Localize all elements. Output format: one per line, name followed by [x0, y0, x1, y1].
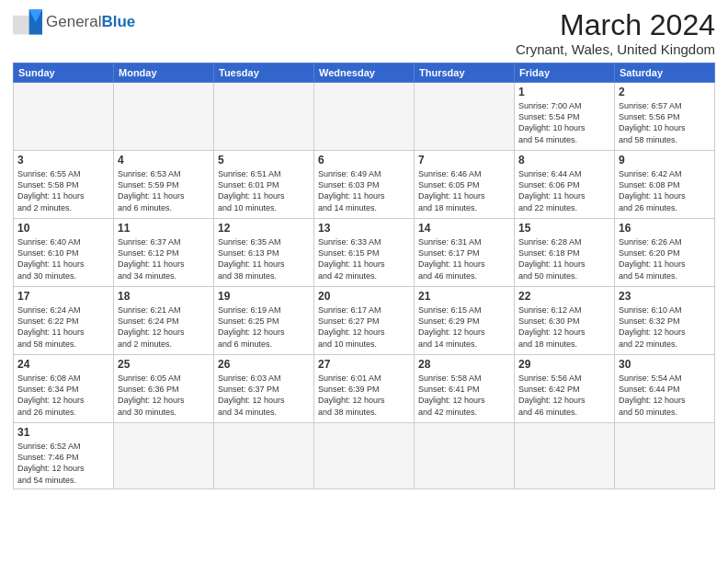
day-info: Sunrise: 6:52 AM Sunset: 7:46 PM Dayligh…	[17, 441, 109, 486]
table-row	[214, 83, 314, 151]
table-row: 18Sunrise: 6:21 AM Sunset: 6:24 PM Dayli…	[114, 287, 214, 355]
table-row: 30Sunrise: 5:54 AM Sunset: 6:44 PM Dayli…	[615, 355, 715, 423]
header: GeneralBlue March 2024 Crynant, Wales, U…	[13, 9, 715, 57]
table-row	[314, 423, 415, 489]
day-number: 13	[318, 222, 410, 235]
day-info: Sunrise: 6:44 AM Sunset: 6:06 PM Dayligh…	[518, 168, 610, 213]
calendar-subtitle: Crynant, Wales, United Kingdom	[516, 41, 715, 57]
table-row: 3Sunrise: 6:55 AM Sunset: 5:58 PM Daylig…	[14, 151, 114, 219]
day-info: Sunrise: 6:42 AM Sunset: 6:08 PM Dayligh…	[619, 168, 711, 213]
table-row	[214, 423, 314, 489]
day-info: Sunrise: 6:33 AM Sunset: 6:15 PM Dayligh…	[318, 236, 410, 282]
day-number: 12	[218, 222, 310, 235]
day-number: 24	[17, 358, 109, 371]
svg-rect-0	[13, 16, 29, 35]
calendar-week-row: 3Sunrise: 6:55 AM Sunset: 5:58 PM Daylig…	[14, 151, 715, 219]
table-row	[415, 83, 515, 151]
day-info: Sunrise: 7:00 AM Sunset: 5:54 PM Dayligh…	[518, 100, 610, 145]
day-info: Sunrise: 5:58 AM Sunset: 6:41 PM Dayligh…	[418, 373, 510, 418]
table-row: 14Sunrise: 6:31 AM Sunset: 6:17 PM Dayli…	[415, 219, 515, 287]
table-row	[515, 423, 615, 489]
day-number: 29	[518, 358, 610, 371]
day-info: Sunrise: 6:35 AM Sunset: 6:13 PM Dayligh…	[218, 236, 310, 282]
day-number: 25	[118, 358, 210, 371]
day-number: 27	[318, 358, 410, 371]
col-monday: Monday	[114, 63, 214, 83]
day-number: 10	[17, 222, 109, 235]
day-number: 6	[318, 154, 410, 167]
table-row: 24Sunrise: 6:08 AM Sunset: 6:34 PM Dayli…	[14, 355, 114, 423]
calendar-week-row: 1Sunrise: 7:00 AM Sunset: 5:54 PM Daylig…	[14, 83, 715, 151]
day-number: 28	[418, 358, 510, 371]
table-row: 12Sunrise: 6:35 AM Sunset: 6:13 PM Dayli…	[214, 219, 314, 287]
day-info: Sunrise: 6:37 AM Sunset: 6:12 PM Dayligh…	[118, 236, 210, 282]
day-info: Sunrise: 6:19 AM Sunset: 6:25 PM Dayligh…	[218, 304, 310, 350]
day-info: Sunrise: 6:10 AM Sunset: 6:32 PM Dayligh…	[619, 304, 711, 350]
calendar-week-row: 10Sunrise: 6:40 AM Sunset: 6:10 PM Dayli…	[14, 219, 715, 287]
col-tuesday: Tuesday	[214, 63, 314, 83]
col-saturday: Saturday	[615, 63, 715, 83]
day-number: 4	[118, 154, 210, 167]
day-info: Sunrise: 6:05 AM Sunset: 6:36 PM Dayligh…	[118, 373, 210, 418]
day-number: 2	[619, 86, 711, 98]
table-row: 13Sunrise: 6:33 AM Sunset: 6:15 PM Dayli…	[314, 219, 415, 287]
day-info: Sunrise: 6:28 AM Sunset: 6:18 PM Dayligh…	[518, 236, 610, 282]
logo-text: GeneralBlue	[46, 13, 135, 31]
day-info: Sunrise: 6:51 AM Sunset: 6:01 PM Dayligh…	[218, 168, 310, 213]
day-number: 20	[318, 290, 410, 303]
col-wednesday: Wednesday	[314, 63, 415, 83]
day-number: 1	[518, 86, 610, 98]
day-info: Sunrise: 6:01 AM Sunset: 6:39 PM Dayligh…	[318, 373, 410, 418]
table-row	[14, 83, 114, 151]
table-row: 15Sunrise: 6:28 AM Sunset: 6:18 PM Dayli…	[515, 219, 615, 287]
table-row	[114, 423, 214, 489]
calendar-header-row: Sunday Monday Tuesday Wednesday Thursday…	[14, 63, 715, 83]
day-info: Sunrise: 6:26 AM Sunset: 6:20 PM Dayligh…	[619, 236, 711, 282]
table-row: 1Sunrise: 7:00 AM Sunset: 5:54 PM Daylig…	[515, 83, 615, 151]
day-info: Sunrise: 6:12 AM Sunset: 6:30 PM Dayligh…	[518, 304, 610, 350]
calendar-table: Sunday Monday Tuesday Wednesday Thursday…	[13, 63, 715, 489]
day-number: 26	[218, 358, 310, 371]
table-row: 16Sunrise: 6:26 AM Sunset: 6:20 PM Dayli…	[615, 219, 715, 287]
table-row: 23Sunrise: 6:10 AM Sunset: 6:32 PM Dayli…	[615, 287, 715, 355]
logo: GeneralBlue	[13, 9, 135, 35]
day-number: 17	[17, 290, 109, 303]
table-row: 26Sunrise: 6:03 AM Sunset: 6:37 PM Dayli…	[214, 355, 314, 423]
day-info: Sunrise: 6:55 AM Sunset: 5:58 PM Dayligh…	[17, 168, 109, 213]
table-row: 31Sunrise: 6:52 AM Sunset: 7:46 PM Dayli…	[14, 423, 114, 489]
title-block: March 2024 Crynant, Wales, United Kingdo…	[516, 9, 715, 57]
calendar-title: March 2024	[516, 9, 715, 41]
day-info: Sunrise: 5:54 AM Sunset: 6:44 PM Dayligh…	[619, 373, 711, 418]
table-row: 27Sunrise: 6:01 AM Sunset: 6:39 PM Dayli…	[314, 355, 415, 423]
table-row	[114, 83, 214, 151]
day-number: 8	[518, 154, 610, 167]
day-info: Sunrise: 6:53 AM Sunset: 5:59 PM Dayligh…	[118, 168, 210, 213]
table-row: 8Sunrise: 6:44 AM Sunset: 6:06 PM Daylig…	[515, 151, 615, 219]
table-row: 22Sunrise: 6:12 AM Sunset: 6:30 PM Dayli…	[515, 287, 615, 355]
day-info: Sunrise: 6:46 AM Sunset: 6:05 PM Dayligh…	[418, 168, 510, 213]
day-info: Sunrise: 5:56 AM Sunset: 6:42 PM Dayligh…	[518, 373, 610, 418]
table-row: 5Sunrise: 6:51 AM Sunset: 6:01 PM Daylig…	[214, 151, 314, 219]
table-row: 29Sunrise: 5:56 AM Sunset: 6:42 PM Dayli…	[515, 355, 615, 423]
day-info: Sunrise: 6:08 AM Sunset: 6:34 PM Dayligh…	[17, 373, 109, 418]
calendar-week-row: 31Sunrise: 6:52 AM Sunset: 7:46 PM Dayli…	[14, 423, 715, 489]
day-number: 7	[418, 154, 510, 167]
day-info: Sunrise: 6:57 AM Sunset: 5:56 PM Dayligh…	[619, 100, 711, 145]
table-row: 2Sunrise: 6:57 AM Sunset: 5:56 PM Daylig…	[615, 83, 715, 151]
table-row: 20Sunrise: 6:17 AM Sunset: 6:27 PM Dayli…	[314, 287, 415, 355]
table-row: 25Sunrise: 6:05 AM Sunset: 6:36 PM Dayli…	[114, 355, 214, 423]
generalblue-logo-icon	[13, 9, 42, 35]
day-info: Sunrise: 6:31 AM Sunset: 6:17 PM Dayligh…	[418, 236, 510, 282]
day-info: Sunrise: 6:24 AM Sunset: 6:22 PM Dayligh…	[17, 304, 109, 350]
col-friday: Friday	[515, 63, 615, 83]
table-row: 17Sunrise: 6:24 AM Sunset: 6:22 PM Dayli…	[14, 287, 114, 355]
day-number: 15	[518, 222, 610, 235]
day-number: 21	[418, 290, 510, 303]
day-number: 3	[17, 154, 109, 167]
day-info: Sunrise: 6:17 AM Sunset: 6:27 PM Dayligh…	[318, 304, 410, 350]
table-row: 10Sunrise: 6:40 AM Sunset: 6:10 PM Dayli…	[14, 219, 114, 287]
day-number: 23	[619, 290, 711, 303]
day-info: Sunrise: 6:15 AM Sunset: 6:29 PM Dayligh…	[418, 304, 510, 350]
day-info: Sunrise: 6:40 AM Sunset: 6:10 PM Dayligh…	[17, 236, 109, 282]
calendar-week-row: 17Sunrise: 6:24 AM Sunset: 6:22 PM Dayli…	[14, 287, 715, 355]
